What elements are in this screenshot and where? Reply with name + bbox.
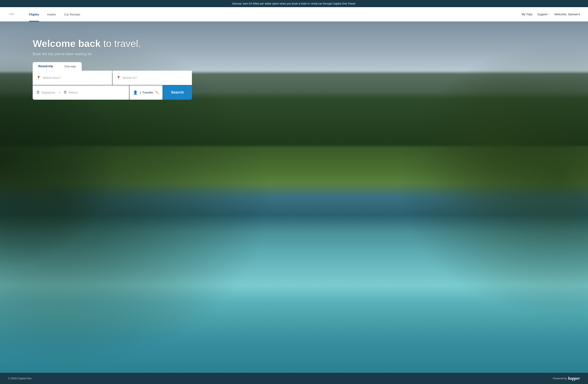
round-trip-tab[interactable]: Round-trip xyxy=(33,62,59,71)
calendar-departure-icon: 🗓 xyxy=(36,90,40,95)
search-rows: 📍 Where from? 📍 Where to? 🗓 Departure xyxy=(33,71,192,100)
nav-flights[interactable]: Flights xyxy=(25,7,43,21)
user-menu[interactable]: Welcome, Samuel ▾ xyxy=(554,13,580,16)
traveler-icon: 👤 xyxy=(133,90,138,95)
hero-section: Welcome back to travel. Book the trip yo… xyxy=(0,21,588,373)
calendar-return-icon: 🗓 xyxy=(63,90,67,95)
nav-car-rentals[interactable]: Car Rentals xyxy=(60,7,84,21)
search-button[interactable]: Search xyxy=(163,85,192,100)
return-label: Return xyxy=(69,91,78,94)
copyright-text: © 2020 Capital One xyxy=(8,377,31,380)
location-to-icon: 📍 xyxy=(116,76,121,80)
traveler-field[interactable]: 👤 1 Traveler ✏️ xyxy=(129,85,163,100)
edit-traveler-icon: ✏️ xyxy=(155,91,159,94)
search-row-destinations: 📍 Where from? 📍 Where to? xyxy=(33,71,192,85)
departure-field: 🗓 Departure xyxy=(36,90,55,95)
date-arrow: → xyxy=(58,91,61,94)
footer: © 2020 Capital One Powered by hopper xyxy=(0,373,588,384)
svg-text:Travel: Travel xyxy=(11,14,13,15)
logo[interactable]: Capital One Travel xyxy=(8,11,17,18)
where-to-placeholder: Where to? xyxy=(123,76,137,80)
hero-title: Welcome back to travel. xyxy=(33,38,192,50)
hero-content: Welcome back to travel. Book the trip yo… xyxy=(33,38,192,100)
navbar: Capital One Travel Flights Hotels Car Re… xyxy=(0,7,588,21)
navbar-right: My Trips Support ↑ Welcome, Samuel ▾ xyxy=(522,13,580,16)
top-banner: Samual, earn 5X Miles per dollar spent w… xyxy=(0,0,588,7)
departure-label: Departure xyxy=(42,91,55,94)
trip-type-tabs: Round-trip One-way xyxy=(33,62,192,71)
nav-menu: Flights Hotels Car Rentals xyxy=(25,7,522,21)
powered-by-text: Powered by xyxy=(553,377,567,380)
hopper-logo: hopper xyxy=(568,376,580,381)
my-trips-link[interactable]: My Trips xyxy=(522,13,532,16)
where-to-field[interactable]: 📍 Where to? xyxy=(112,71,192,85)
search-widget: Round-trip One-way 📍 Where from? 📍 Where… xyxy=(33,62,192,100)
nav-hotels[interactable]: Hotels xyxy=(43,7,60,21)
traveler-count: 1 Traveler xyxy=(140,91,153,94)
where-from-placeholder: Where from? xyxy=(43,76,61,80)
support-link[interactable]: Support ↑ xyxy=(537,13,550,16)
date-range-field[interactable]: 🗓 Departure → 🗓 Return xyxy=(33,85,129,100)
hero-subtitle: Book the trip you've been waiting for. xyxy=(33,52,192,56)
one-way-tab[interactable]: One-way xyxy=(59,62,82,71)
location-from-icon: 📍 xyxy=(36,76,41,80)
where-from-field[interactable]: 📍 Where from? xyxy=(33,71,112,85)
search-row-dates: 🗓 Departure → 🗓 Return 👤 1 Traveler ✏️ xyxy=(33,85,192,100)
banner-text: Samual, earn 5X Miles per dollar spent w… xyxy=(232,2,356,5)
powered-by: Powered by hopper xyxy=(553,376,580,381)
return-field: 🗓 Return xyxy=(63,90,78,95)
